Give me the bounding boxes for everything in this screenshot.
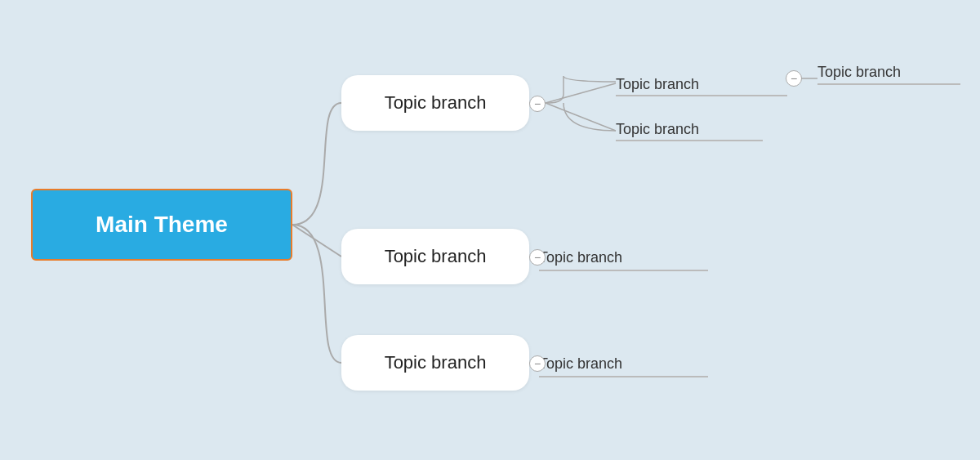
topic-1a-label: Topic branch xyxy=(385,92,487,114)
underline-l2-1c xyxy=(539,376,708,377)
underline-l3-1a xyxy=(817,83,960,85)
topic-branch-1a[interactable]: Topic branch xyxy=(341,75,529,131)
collapse-l2-1a-icon[interactable]: − xyxy=(786,70,802,87)
level2-label-1c: Topic branch xyxy=(539,355,622,373)
collapse-1a-icon[interactable]: − xyxy=(529,96,546,112)
topic-1c-label: Topic branch xyxy=(385,352,487,373)
level2-label-1a-2: Topic branch xyxy=(616,121,699,138)
svg-line-0 xyxy=(546,83,616,103)
main-theme-node[interactable]: Main Theme xyxy=(31,189,292,261)
underline-l2-1a-2 xyxy=(616,140,763,141)
topic-branch-1c[interactable]: Topic branch xyxy=(341,335,529,391)
level2-label-1a-1: Topic branch xyxy=(616,76,699,93)
topic-branch-1b[interactable]: Topic branch xyxy=(341,229,529,284)
underline-l2-1b xyxy=(539,270,708,271)
svg-line-1 xyxy=(546,103,616,131)
collapse-1b-icon[interactable]: − xyxy=(529,249,546,266)
collapse-1c-icon[interactable]: − xyxy=(529,355,546,372)
underline-l2-1a-1 xyxy=(616,95,787,96)
level2-label-1b: Topic branch xyxy=(539,249,622,266)
main-theme-label: Main Theme xyxy=(96,212,228,238)
topic-1b-label: Topic branch xyxy=(385,246,487,267)
level3-label-1a-1: Topic branch xyxy=(817,64,901,81)
